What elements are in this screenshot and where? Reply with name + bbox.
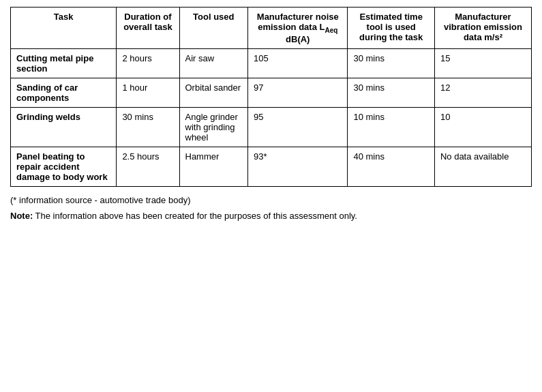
main-table: Task Duration of overall task Tool used … xyxy=(10,7,532,187)
cell-task: Sanding of car components xyxy=(11,78,117,107)
cell-vibration: No data available xyxy=(434,147,531,186)
col-header-duration: Duration of overall task xyxy=(117,7,179,49)
table-row: Sanding of car components1 hourOrbital s… xyxy=(11,78,532,107)
cell-task: Cutting metal pipe section xyxy=(11,48,117,78)
cell-noise: 95 xyxy=(248,107,348,147)
col-header-task: Task xyxy=(11,7,117,49)
cell-estimated-time: 40 mins xyxy=(348,147,434,186)
cell-duration: 2.5 hours xyxy=(117,147,179,186)
cell-tool: Angle grinder with grinding wheel xyxy=(179,107,248,147)
table-row: Cutting metal pipe section2 hoursAir saw… xyxy=(11,48,532,78)
cell-vibration: 12 xyxy=(434,78,531,107)
cell-noise: 97 xyxy=(248,78,348,107)
col-header-noise: Manufacturer noise emission data LAeq dB… xyxy=(248,7,348,49)
cell-tool: Hammer xyxy=(179,147,248,186)
cell-vibration: 10 xyxy=(434,107,531,147)
col-header-vibration: Manufacturer vibration emission data m/s… xyxy=(434,7,531,49)
cell-vibration: 15 xyxy=(434,48,531,78)
cell-noise: 93* xyxy=(248,147,348,186)
note-paragraph: Note: The information above has been cre… xyxy=(10,211,532,221)
note-label: Note: xyxy=(10,211,33,221)
cell-tool: Orbital sander xyxy=(179,78,248,107)
col-header-estimated-time: Estimated time tool is used during the t… xyxy=(348,7,434,49)
cell-tool: Air saw xyxy=(179,48,248,78)
table-row: Grinding welds30 minsAngle grinder with … xyxy=(11,107,532,147)
cell-duration: 2 hours xyxy=(117,48,179,78)
cell-duration: 1 hour xyxy=(117,78,179,107)
cell-task: Panel beating to repair accident damage … xyxy=(11,147,117,186)
cell-noise: 105 xyxy=(248,48,348,78)
cell-estimated-time: 30 mins xyxy=(348,48,434,78)
note-content: The information above has been created f… xyxy=(35,211,357,221)
table-row: Panel beating to repair accident damage … xyxy=(11,147,532,186)
cell-task: Grinding welds xyxy=(11,107,117,147)
col-header-tool: Tool used xyxy=(179,7,248,49)
cell-estimated-time: 30 mins xyxy=(348,78,434,107)
cell-duration: 30 mins xyxy=(117,107,179,147)
cell-estimated-time: 10 mins xyxy=(348,107,434,147)
footnote-text: (* information source - automotive trade… xyxy=(10,195,532,205)
